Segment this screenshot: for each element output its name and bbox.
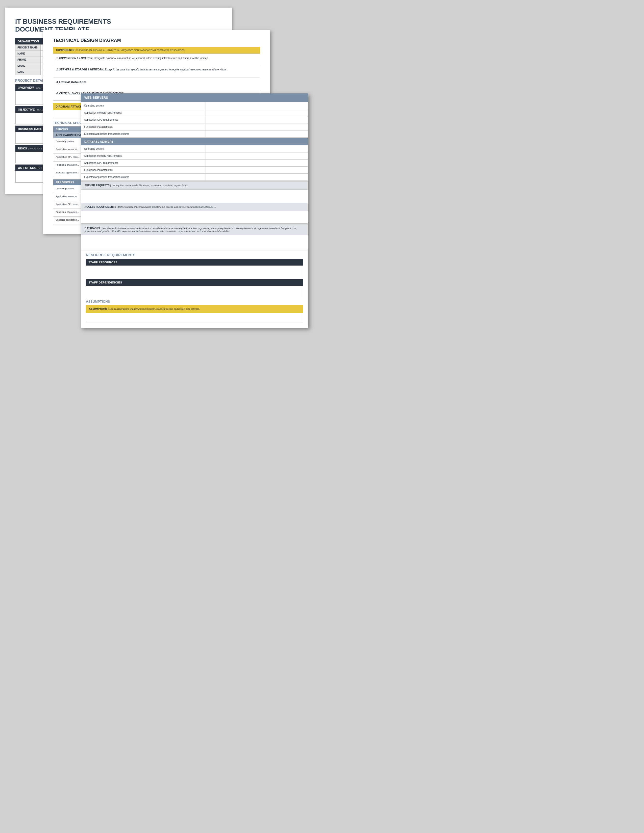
web-server-row-os: Operating system — [81, 102, 308, 109]
db-row-cpu: Application CPU requirements — [81, 159, 308, 167]
assumptions-content — [86, 313, 303, 323]
staff-resources-block: STAFF RESOURCES — [86, 259, 303, 278]
server-requests-header: SERVER REQUESTS | List required server n… — [81, 181, 308, 190]
web-server-table: Operating system Application memory requ… — [81, 102, 308, 138]
web-server-row-expected: Expected application transaction volume — [81, 130, 308, 138]
assumptions-header: ASSUMPTIONS / List all assumptions impac… — [86, 305, 303, 313]
server-requests-content — [81, 190, 308, 202]
component-item-2: 2. SERVERS & STORAGE & NETWORK: Except i… — [53, 65, 260, 78]
db-servers-section: DATABASE SERVERS Operating system Applic… — [81, 138, 308, 181]
databases-header: DATABASES | Describe each database requi… — [81, 224, 308, 235]
db-row-os: Operating system — [81, 145, 308, 153]
assumptions-title: ASSUMPTIONS — [86, 300, 303, 304]
resource-requirements-title: RESOURCE REQUIREMENTS — [86, 253, 303, 257]
web-server-row-cpu: Application CPU requirements — [81, 116, 308, 124]
email-label: EMAIL — [15, 63, 41, 69]
staff-resources-header: STAFF RESOURCES — [86, 259, 303, 265]
name-label: NAME — [15, 51, 41, 57]
db-server-table: Operating system Application memory requ… — [81, 145, 308, 181]
db-servers-header: DATABASE SERVERS — [81, 138, 308, 145]
p2-title: TECHNICAL DESIGN DIAGRAM — [53, 38, 260, 43]
resource-requirements-section: RESOURCE REQUIREMENTS STAFF RESOURCES ST… — [81, 251, 308, 300]
access-req-content — [81, 211, 308, 224]
component-item-3: 3. LOGICAL DATA FLOW — [53, 78, 260, 89]
components-header: COMPONENTS | The diagram should illustra… — [53, 47, 260, 53]
web-servers-header: WEB SERVERS — [81, 93, 308, 102]
component-item-1: 1. CONNECTION & LOCATION: Designate how … — [53, 54, 260, 65]
web-servers-section: WEB SERVERS Operating system Application… — [81, 93, 308, 138]
databases-content — [81, 235, 308, 251]
project-name-label: PROJECT NAME — [15, 45, 41, 51]
databases-section: DATABASES | Describe each database requi… — [81, 224, 308, 251]
db-row-expected: Expected application transaction volume — [81, 174, 308, 181]
access-req-section: ACCESS REQUIREMENTS | Define number of u… — [81, 203, 308, 224]
server-requests-section: SERVER REQUESTS | List required server n… — [81, 181, 308, 202]
db-row-func: Functional characteristics — [81, 167, 308, 174]
web-server-row-func: Functional characteristics — [81, 124, 308, 130]
assumptions-section: ASSUMPTIONS ASSUMPTIONS / List all assum… — [81, 300, 308, 328]
db-row-mem: Application memory requirements — [81, 153, 308, 159]
date-label: DATE — [15, 69, 41, 75]
staff-dependencies-header: STAFF DEPENDENCIES — [86, 279, 303, 286]
phone-label: PHONE — [15, 57, 41, 63]
page-3: WEB SERVERS Operating system Application… — [81, 93, 308, 328]
web-server-row-mem: Application memory requirements — [81, 109, 308, 116]
access-req-header: ACCESS REQUIREMENTS | Define number of u… — [81, 203, 308, 211]
staff-dependencies-block: STAFF DEPENDENCIES — [86, 279, 303, 297]
